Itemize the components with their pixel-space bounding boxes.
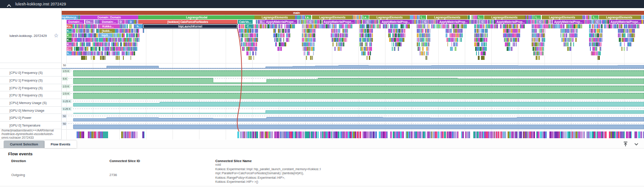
slice-calcforcefornodes[interactable]: [kokkos] CalcForceForNodes <box>138 20 237 24</box>
track-counter-1[interactable]: [CPU 0] Frequency (S) <box>0 69 62 77</box>
col-header-slice-id: Connected Slice ID <box>109 159 140 163</box>
details-tabstrip: Current Selection Flow Events <box>0 140 644 149</box>
slice-cycle[interactable]: LagrangeElements <box>484 15 525 19</box>
slice-cycle[interactable]: ApplyMaterialProp... <box>553 20 584 24</box>
slice-d1[interactable]: D <box>118 20 123 24</box>
perfetto-trace-viewer: lulesh-kokkosp.inst 2072429 lulesh-kokko… <box>0 0 644 190</box>
slice-cycle[interactable]: ApplyMaterialProp... <box>495 20 526 24</box>
track-group-header[interactable]: lulesh-kokkosp.inst 2072429 <box>0 0 644 8</box>
slice-domain2[interactable]: Domain:... <box>100 20 118 24</box>
flow-events-heading: Flow events <box>8 151 32 156</box>
slice-hipmemcpy[interactable]: hipMemcp... <box>62 15 77 19</box>
slice-main[interactable]: main <box>62 11 644 15</box>
slice-k4[interactable]: K... <box>67 42 72 46</box>
slice-cycle[interactable]: C <box>480 20 485 24</box>
track-counter-2[interactable]: [CPU 1] Frequency (S) <box>0 77 62 84</box>
slice-cycle[interactable]: L... <box>592 15 599 19</box>
track-counter-8[interactable]: [GPU 0] Temperature <box>0 122 62 129</box>
track-counter-6[interactable]: [GPU 0] Memory Usage <box>0 107 62 114</box>
col-header-direction: Direction <box>11 159 26 163</box>
slice-cycle[interactable]: La... <box>305 15 311 19</box>
track-counter-4[interactable]: [CPU 3] Frequency (S) <box>0 91 62 99</box>
slice-domain-domain[interactable]: Domain::Domain <box>80 15 138 19</box>
slice-c-teal[interactable]: C... <box>245 24 253 28</box>
tab-flow-events[interactable]: Flow Events <box>45 140 77 148</box>
track-counter-5[interactable]: [CPU] Memory Usage (S) <box>0 99 62 107</box>
counter-value-chip: 2.5 K <box>62 69 70 73</box>
track-counter-3[interactable]: [CPU 2] Frequency (S) <box>0 84 62 91</box>
counter-value-chip: 2.5 K <box>62 92 70 95</box>
slice-hips[interactable]: hipS... <box>100 33 112 37</box>
slice-cycle[interactable]: ApplyMaterialPrope... <box>265 20 297 24</box>
trace-title: lulesh-kokkosp.inst 2072429 <box>15 2 66 6</box>
slice-cycle[interactable]: L... <box>477 15 484 19</box>
slice-k3[interactable]: K... <box>67 38 72 42</box>
counter-value-chip: 5 K <box>62 77 68 81</box>
slice-br[interactable]: [... <box>67 47 72 51</box>
slice-do[interactable]: Do... <box>85 20 94 24</box>
slice-lagrange-nodal[interactable]: LagrangeNodal <box>138 15 255 19</box>
counter-value-chip: 50 <box>62 122 67 126</box>
slice-cycle[interactable]: L... <box>420 15 426 19</box>
panel-divider <box>0 186 644 186</box>
slice-domain[interactable]: Domain:... <box>67 20 84 24</box>
collapse-panel-icon[interactable] <box>633 141 639 147</box>
slice-d2[interactable]: D <box>128 20 134 24</box>
slice-k2[interactable]: K... <box>67 33 72 37</box>
slice-cycle[interactable]: C <box>422 20 428 24</box>
pin-track-star-icon[interactable]: ☆ <box>54 33 59 38</box>
slice-cycle[interactable]: C <box>365 20 371 24</box>
collapse-chevron-icon[interactable] <box>6 2 12 6</box>
counter-value-chip: 50 <box>62 63 67 67</box>
track-counter-7[interactable]: [GPU 0] Power <box>0 114 62 122</box>
slice-cycle[interactable]: ApplyMaterialProp... <box>438 20 469 24</box>
track-roctracer[interactable]: /home/jmadsen/devel/c++/AARInternal /hos… <box>0 129 62 140</box>
slice-k1[interactable]: K... <box>67 29 72 33</box>
track-main-thread[interactable]: lulesh-kokkosp. 2072429☆ <box>0 8 62 63</box>
slice-ko[interactable]: Ko... <box>67 24 73 28</box>
slice-cycle[interactable]: ApplyMaterialPrope... <box>323 20 354 24</box>
slice-cycle[interactable]: LagrangeElements <box>542 15 582 19</box>
slice-cycle[interactable]: La... <box>363 15 369 19</box>
slice-h1[interactable]: h... <box>135 24 143 28</box>
slice-hiplaunchkernel[interactable]: hipLaunchKernel <box>143 24 237 28</box>
slice-cycle[interactable]: ApplyMaterialPrope... <box>610 20 641 24</box>
expand-panel-icon[interactable] <box>622 141 629 147</box>
slice-cycle[interactable]: L... <box>535 15 541 19</box>
flow-row-slice-name: void Kokkos::Experimental::Impl::hip_par… <box>215 163 321 184</box>
counter-value-chip: 0.25 K <box>62 107 72 111</box>
slice-cycle[interactable]: C <box>308 20 313 24</box>
flow-row-direction: Outgoing <box>11 173 25 177</box>
counter-value-chip: 0.25 K <box>62 100 72 103</box>
counter-value-chip: 50 <box>62 114 67 118</box>
slice-cycle[interactable]: LagrangeElements <box>427 15 467 19</box>
counter-value-chip: 2.5 K <box>62 85 70 88</box>
slice-cycle[interactable]: C <box>594 20 600 24</box>
slice-kokko[interactable]: Kokko... <box>100 24 116 28</box>
slice-cycle[interactable]: ApplyMaterialProp... <box>380 20 412 24</box>
slice-cycle[interactable]: LagrangeElements <box>599 15 639 19</box>
flow-row-slice-id: 2736 <box>109 173 117 177</box>
slice-cycle[interactable]: LagrangeElements <box>254 15 295 19</box>
slice-cycle[interactable]: C <box>537 20 543 24</box>
slice-calcvolume[interactable]: CalcVo... <box>238 20 253 24</box>
slice-d3[interactable]: D... <box>259 20 266 24</box>
tab-current-selection[interactable]: Current Selection <box>4 140 45 148</box>
track-counter-0[interactable] <box>0 63 62 69</box>
slice-kokk[interactable]: [kokk... <box>100 29 114 33</box>
slice-cycle[interactable]: LagrangeElements <box>369 15 410 19</box>
slice-cycle[interactable]: LagrangeElements <box>312 15 353 19</box>
slice-small[interactable] <box>95 20 98 24</box>
slice-h2[interactable]: h... <box>67 51 72 55</box>
